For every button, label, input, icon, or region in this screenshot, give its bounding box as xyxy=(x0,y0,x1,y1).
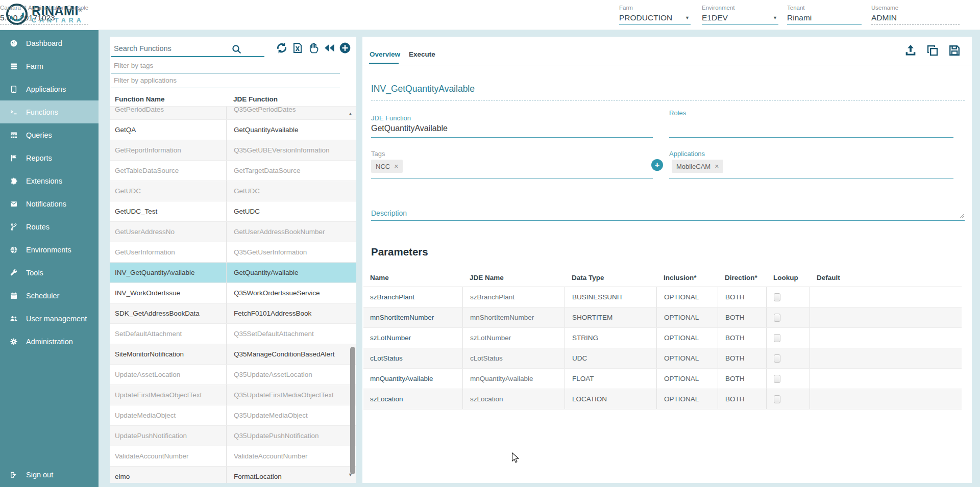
sidebar-item-notifications[interactable]: Notifications xyxy=(0,192,99,215)
param-direction-cell: BOTH xyxy=(718,307,766,327)
function-name-cell: ValidateAccountNumber xyxy=(110,446,226,466)
function-row[interactable]: GetQA GetQuantityAvailable xyxy=(110,120,356,140)
duplicate-icon xyxy=(925,52,940,59)
add-function-icon xyxy=(338,48,352,56)
param-default-cell xyxy=(810,369,962,389)
username-field[interactable]: Username ADMIN ▼ xyxy=(871,5,960,25)
function-name-cell: GetUDC_Test xyxy=(110,201,226,221)
function-row[interactable]: GetUDC GetUDC xyxy=(110,181,356,201)
tenant-input[interactable]: Tenant Rinami ▼ xyxy=(787,5,862,25)
function-row[interactable]: ValidateAccountNumber ValidateAccountNum… xyxy=(110,446,356,467)
param-jde-name-cell: mnQuantityAvailable xyxy=(462,369,565,389)
col-direction: Direction* xyxy=(718,274,766,281)
tab-execute[interactable]: Execute xyxy=(409,50,435,58)
filter-by-applications-input[interactable] xyxy=(111,75,340,88)
function-row[interactable]: GetUserInformation Q35GetUserInformation xyxy=(110,242,356,263)
sidebar-item-functions[interactable]: Functions xyxy=(0,100,99,123)
lookup-checkbox[interactable] xyxy=(774,334,780,342)
param-default-cell xyxy=(810,287,962,307)
col-lookup: Lookup xyxy=(766,274,810,281)
remove-application-icon[interactable]: × xyxy=(715,163,719,170)
lookup-checkbox[interactable] xyxy=(774,293,780,301)
scroll-down-icon[interactable]: ▼ xyxy=(348,472,353,477)
param-jde-name-cell: cLotStatus xyxy=(462,348,565,368)
sidebar-item-extensions[interactable]: Extensions xyxy=(0,169,99,192)
duplicate-button[interactable] xyxy=(925,43,940,58)
tags-label: Tags xyxy=(371,150,653,158)
description-label: Description xyxy=(371,209,965,217)
refresh-button[interactable] xyxy=(275,41,288,55)
lookup-checkbox[interactable] xyxy=(774,375,780,383)
hand-select-button[interactable] xyxy=(307,41,320,55)
function-name-cell: UpdateAssetLocation xyxy=(110,365,226,385)
save-button[interactable] xyxy=(947,43,962,58)
tag-chip: NCC × xyxy=(371,160,403,173)
param-inclusion-cell: OPTIONAL xyxy=(656,287,718,307)
function-title: INV_GetQuantityAvailable xyxy=(371,84,965,100)
export-excel-button[interactable] xyxy=(291,41,304,55)
function-row[interactable]: GetTableDataSource GetTargetDataSource xyxy=(110,161,356,181)
jde-function-cell: Q35GetUBEVersionInformation xyxy=(226,140,356,160)
description-field[interactable]: Description xyxy=(371,209,965,221)
tags-field[interactable]: Tags NCC × xyxy=(371,150,653,178)
scroll-up-icon[interactable]: ▲ xyxy=(348,111,353,116)
sidebar-item-dashboard[interactable]: Dashboard xyxy=(0,32,99,55)
function-row[interactable]: GetUDC_Test GetUDC xyxy=(110,201,356,222)
function-row[interactable]: UpdateFirstMediaObjectText Q35UpdateFirs… xyxy=(110,385,356,405)
sidebar-item-routes[interactable]: Routes xyxy=(0,215,99,238)
sidebar-item-queries[interactable]: Queries xyxy=(0,123,99,146)
upload-button[interactable] xyxy=(903,43,918,58)
lookup-checkbox[interactable] xyxy=(774,314,780,322)
add-tag-button[interactable]: + xyxy=(651,159,663,171)
sidebar-item-applications[interactable]: Applications xyxy=(0,78,99,100)
farm-select[interactable]: Farm PRODUCTION ▼ xyxy=(619,5,691,25)
jde-function-cell: ValidateAccountNumber xyxy=(226,446,356,466)
sidebar-item-user-management[interactable]: User management xyxy=(0,307,99,330)
roles-label: Roles xyxy=(669,109,953,117)
sidebar-item-farm[interactable]: Farm xyxy=(0,55,99,78)
tab-overview[interactable]: Overview xyxy=(370,50,400,58)
function-row[interactable]: INV_GetQuantityAvailable GetQuantityAvai… xyxy=(110,263,356,283)
sidebar-item-tools[interactable]: Tools xyxy=(0,261,99,284)
scrollbar-thumb[interactable] xyxy=(350,347,355,474)
tag-chip-label: NCC xyxy=(376,163,390,170)
column-jde-function: JDE Function xyxy=(226,95,356,103)
sidebar-item-scheduler[interactable]: Scheduler xyxy=(0,284,99,307)
jde-function-cell: Q35UpdatePushNotification xyxy=(226,426,356,446)
applications-field[interactable]: Applications MobileCAM × xyxy=(669,150,953,178)
rewind-button[interactable] xyxy=(323,41,336,55)
lookup-checkbox[interactable] xyxy=(774,395,780,403)
signout-icon xyxy=(9,470,18,479)
jde-function-field[interactable]: JDE Function GetQuantityAvailable xyxy=(371,114,653,138)
function-row[interactable]: SetDefaultAttachment Q35SetDefaultAttach… xyxy=(110,324,356,344)
sidebar-item-label: Administration xyxy=(26,338,73,346)
sidebar-item-environments[interactable]: Environments xyxy=(0,238,99,261)
filter-by-tags-input[interactable] xyxy=(111,60,340,73)
parameter-row: szLocation szLocation LOCATION OPTIONAL … xyxy=(363,389,962,409)
routes-icon xyxy=(9,222,18,232)
jde-function-cell: Q35GetPeriodDates xyxy=(226,107,356,119)
function-row[interactable]: GetUserAddressNo GetUserAddressBookNumbe… xyxy=(110,222,356,242)
search-icon[interactable] xyxy=(231,43,243,56)
function-row[interactable]: UpdateMediaObject Q35UpdateMediaObject xyxy=(110,405,356,426)
environment-select[interactable]: Environment E1DEV ▼ xyxy=(702,5,778,25)
function-row[interactable]: SiteMonitorNotification Q35ManageConditi… xyxy=(110,344,356,365)
sidebar-item-reports[interactable]: Reports xyxy=(0,146,99,169)
function-row[interactable]: GetPeriodDates Q35GetPeriodDates xyxy=(110,107,356,120)
function-row[interactable]: UpdatePushNotification Q35UpdatePushNoti… xyxy=(110,426,356,446)
sidebar-item-administration[interactable]: Administration xyxy=(0,330,99,353)
signout-button[interactable]: Sign out xyxy=(0,463,99,486)
resize-handle-icon[interactable] xyxy=(959,214,964,219)
jde-function-cell: Q35UpdateAssetLocation xyxy=(226,365,356,385)
lookup-checkbox[interactable] xyxy=(774,354,780,363)
remove-tag-icon[interactable]: × xyxy=(394,163,398,170)
function-row[interactable]: elmo FormatLocation xyxy=(110,467,356,483)
queries-icon xyxy=(9,131,18,140)
function-row[interactable]: GetReportInformation Q35GetUBEVersionInf… xyxy=(110,140,356,161)
function-row[interactable]: UpdateAssetLocation Q35UpdateAssetLocati… xyxy=(110,365,356,385)
roles-field[interactable]: Roles xyxy=(669,109,953,138)
function-row[interactable]: INV_WorkOrderIssue Q35WorkOrderIssueServ… xyxy=(110,283,356,303)
add-function-button[interactable] xyxy=(338,41,352,55)
function-row[interactable]: SDK_GetAddressBookData FetchF0101Address… xyxy=(110,303,356,324)
console-version-field[interactable]: Cantara™ Administration Console 5.0.0.20… xyxy=(0,5,88,25)
